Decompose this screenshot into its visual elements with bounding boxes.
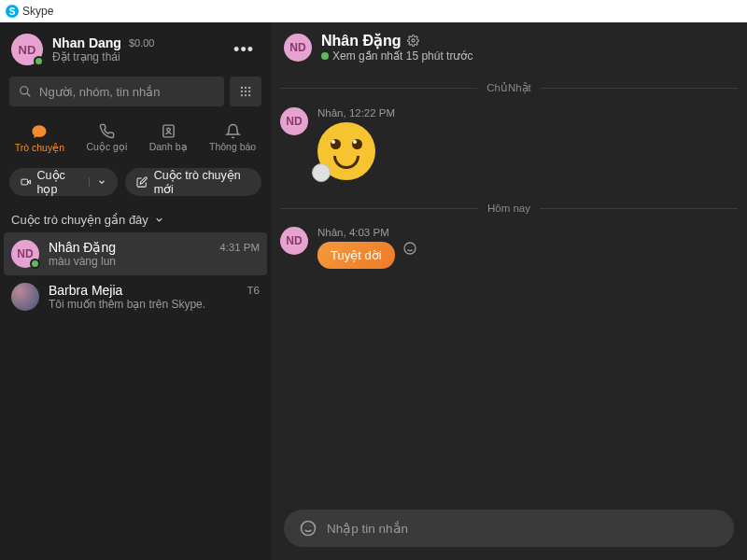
svg-rect-13 — [21, 179, 28, 185]
chat-title[interactable]: Nhân Đặng — [321, 32, 402, 49]
avatar-initials: ND — [286, 234, 302, 247]
bell-icon — [225, 123, 241, 139]
avatar-initials: ND — [286, 115, 302, 128]
emoji-sticker[interactable] — [317, 122, 375, 180]
coin-icon — [312, 163, 331, 182]
svg-point-15 — [411, 39, 414, 42]
gear-icon[interactable] — [407, 35, 419, 47]
svg-point-16 — [404, 243, 416, 254]
svg-point-2 — [241, 87, 243, 89]
dialpad-button[interactable] — [230, 77, 261, 106]
chat-panel: ND Nhân Đặng Xem gần nhất 15 phút trước … — [271, 22, 747, 560]
message-row: ND Nhân, 12:22 PM — [280, 104, 738, 193]
self-avatar-initials: ND — [19, 43, 36, 57]
conversation-item[interactable]: Barbra Mejia Tôi muốn thêm bạn trên Skyp… — [0, 275, 271, 318]
window-titlebar: S Skype — [0, 0, 747, 22]
recent-chats-header[interactable]: Cuộc trò chuyện gần đây — [0, 203, 271, 232]
conversation-time: T6 — [247, 285, 260, 296]
tab-label: Danh bạ — [149, 141, 188, 152]
conversation-name: Barbra Mejia — [49, 283, 238, 298]
chat-header: ND Nhân Đặng Xem gần nhất 15 phút trước — [271, 22, 747, 72]
skype-logo-icon: S — [6, 5, 19, 18]
chat-avatar[interactable]: ND — [284, 34, 312, 62]
contact-avatar — [11, 283, 39, 311]
message-row: ND Nhân, 4:03 PM Tuyệt dời — [280, 223, 738, 282]
message-bubble[interactable]: Tuyệt dời — [317, 242, 395, 269]
svg-point-5 — [241, 91, 243, 92]
tab-bar: Trò chuyện Cuộc gọi Danh bạ Thông báo — [0, 112, 271, 161]
date-divider: Hôm nay — [280, 203, 738, 214]
search-input[interactable]: Người, nhóm, tin nhắn — [9, 77, 224, 106]
dialpad-icon — [239, 85, 252, 98]
emoji-icon[interactable] — [299, 519, 317, 538]
tab-calls[interactable]: Cuộc gọi — [80, 119, 133, 157]
self-avatar[interactable]: ND — [11, 34, 43, 65]
tab-notifications[interactable]: Thông báo — [204, 119, 261, 157]
new-chat-label: Cuộc trò chuyện mới — [154, 168, 250, 196]
conversation-name: Nhân Đặng — [49, 240, 210, 255]
compose-placeholder: Nhập tin nhắn — [327, 521, 408, 536]
phone-icon — [99, 123, 115, 139]
more-button[interactable]: ••• — [228, 36, 260, 63]
conversation-time: 4:31 PM — [219, 242, 260, 253]
svg-point-4 — [248, 87, 250, 89]
svg-point-12 — [166, 128, 170, 132]
svg-line-1 — [27, 93, 31, 97]
self-name: Nhan Dang — [52, 35, 121, 50]
svg-point-9 — [245, 94, 247, 96]
chevron-down-icon — [154, 215, 164, 225]
compose-icon — [136, 175, 148, 189]
window-title: Skype — [22, 5, 53, 18]
chat-subtitle: Xem gần nhất 15 phút trước — [332, 49, 472, 63]
svg-point-6 — [245, 91, 247, 92]
chat-icon — [31, 123, 48, 140]
svg-point-8 — [241, 94, 243, 96]
svg-point-3 — [245, 87, 247, 89]
tab-contacts[interactable]: Danh bạ — [144, 119, 193, 157]
svg-point-10 — [248, 94, 250, 96]
contact-avatar: ND — [11, 240, 39, 268]
tab-label: Thông báo — [209, 141, 256, 152]
svg-point-0 — [21, 87, 28, 94]
chevron-down-icon[interactable] — [89, 177, 106, 187]
date-divider: ChủNhật — [280, 81, 738, 94]
compose-area: Nhập tin nhắn — [271, 500, 747, 560]
tab-chat[interactable]: Trò chuyện — [9, 119, 70, 157]
smile-icon — [402, 241, 417, 256]
tab-label: Trò chuyện — [15, 142, 64, 153]
new-chat-button[interactable]: Cuộc trò chuyện mới — [125, 168, 261, 196]
message-meta: Nhân, 4:03 PM — [317, 227, 395, 238]
message-meta: Nhân, 12:22 PM — [317, 107, 395, 119]
conversation-item[interactable]: ND Nhân Đặng màu vàng lun 4:31 PM — [4, 232, 267, 275]
search-placeholder: Người, nhóm, tin nhắn — [39, 85, 161, 99]
message-input[interactable]: Nhập tin nhắn — [284, 510, 734, 547]
presence-dot-icon — [30, 259, 40, 269]
date-label: ChủNhật — [486, 81, 531, 94]
date-label: Hôm nay — [487, 203, 530, 214]
svg-point-7 — [248, 91, 250, 92]
video-icon — [21, 175, 32, 189]
presence-dot-icon — [34, 56, 44, 66]
react-button[interactable] — [402, 241, 417, 256]
self-status[interactable]: Đặt trạng thái — [52, 50, 218, 63]
app-root: ND Nhan Dang $0.00 Đặt trạng thái ••• Ng… — [0, 22, 747, 560]
recent-chats-label: Cuộc trò chuyện gần đây — [11, 213, 148, 227]
self-balance[interactable]: $0.00 — [129, 37, 155, 49]
self-info: Nhan Dang $0.00 Đặt trạng thái — [52, 35, 218, 63]
sidebar: ND Nhan Dang $0.00 Đặt trạng thái ••• Ng… — [0, 22, 271, 560]
svg-point-19 — [302, 522, 316, 536]
conversation-preview: Tôi muốn thêm bạn trên Skype. — [49, 298, 238, 311]
meeting-button[interactable]: Cuộc họp — [9, 168, 118, 196]
meeting-label: Cuộc họp — [37, 168, 80, 196]
tab-label: Cuộc gọi — [86, 141, 127, 152]
avatar-initials: ND — [289, 41, 305, 54]
conversation-preview: màu vàng lun — [49, 255, 210, 268]
sender-avatar[interactable]: ND — [280, 107, 308, 135]
search-icon — [19, 85, 32, 98]
sender-avatar[interactable]: ND — [280, 227, 308, 255]
message-list: ChủNhật ND Nhân, 12:22 PM Hôm nay — [271, 72, 747, 500]
avatar-initials: ND — [17, 247, 33, 260]
self-profile-row[interactable]: ND Nhan Dang $0.00 Đặt trạng thái ••• — [0, 28, 271, 71]
contacts-icon — [161, 123, 176, 139]
presence-dot-icon — [321, 52, 329, 60]
